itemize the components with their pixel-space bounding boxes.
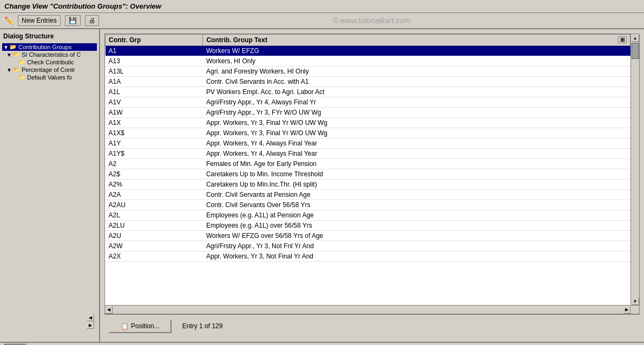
dialog-structure-title: Dialog Structure (2, 31, 97, 41)
tree-item-si-characteristics[interactable]: ▼ 📂 SI Characteristics of C (2, 51, 97, 58)
folder-open-icon: 📂 (13, 51, 21, 58)
print-button[interactable]: 🖨 (85, 15, 99, 26)
cell-text: Caretakers Up to Min.Inc.Thr. (HI split) (203, 180, 630, 190)
new-entries-button[interactable]: New Entries (18, 15, 61, 26)
h-scroll-left-arrow[interactable]: ◀ (105, 306, 113, 314)
table-row[interactable]: A1AContr. Civil Servants in Acc. with A1 (106, 77, 630, 87)
data-table-container: Contr. Grp Contrib. Group Text ⊞ A1Worke… (104, 34, 640, 314)
table-row[interactable]: A1X$Appr. Workers, Yr 3, Final Yr W/O UW… (106, 128, 630, 138)
cell-grp: A2AU (106, 200, 203, 210)
cell-grp: A13L (106, 67, 203, 77)
cell-text: Females of Min. Age for Early Pension (203, 159, 630, 169)
tree-label: SI Characteristics of C (22, 51, 81, 58)
cell-grp: A1X (106, 118, 203, 128)
cell-text: Appr. Workers, Yr 3, Final Yr W/O UW Wg (203, 118, 630, 128)
table-row[interactable]: A1YAppr. Workers, Yr 4, Always Final Yea… (106, 138, 630, 149)
cell-text: Contr. Civil Servants Over 56/58 Yrs (203, 200, 630, 210)
position-icon: 📋 (121, 322, 129, 330)
cell-grp: A2LU (106, 221, 203, 231)
scroll-right-arrow[interactable]: ▶ (87, 321, 94, 329)
table-row[interactable]: A2LEmployees (e.g. A1L) at Pension Age (106, 210, 630, 221)
cell-grp: A1Y$ (106, 149, 203, 159)
table-row[interactable]: A1WAgri/Frstry Appr., Yr 3, FYr W/O UW W… (106, 108, 630, 118)
cell-grp: A1X$ (106, 128, 203, 138)
table-row[interactable]: A13Workers, HI Only (106, 56, 630, 67)
cell-text: PV Workers Empl. Acc. to Agri. Labor Act (203, 87, 630, 97)
cell-grp: A1W (106, 108, 203, 118)
cell-text: Appr. Workers, Yr 3, Not Final Yr And (203, 251, 630, 262)
title-text: Change View "Contribution Groups": Overv… (4, 2, 161, 10)
scrollbar-thumb[interactable] (632, 43, 639, 59)
cell-grp: A2% (106, 180, 203, 190)
tree-toggle: ▼ (3, 44, 10, 50)
tree-item-default-values[interactable]: 📁 Default Values fo (2, 74, 97, 81)
h-scroll-right-arrow[interactable]: ▶ (623, 306, 630, 314)
table-row[interactable]: A1LPV Workers Empl. Acc. to Agri. Labor … (106, 87, 630, 97)
cell-grp: A2A (106, 190, 203, 200)
title-bar: Change View "Contribution Groups": Overv… (0, 0, 644, 13)
dialog-structure-panel: Dialog Structure ▼ 📂 Contribution Groups… (0, 29, 100, 342)
table-row[interactable]: A2LUEmployees (e.g. A1L) over 56/58 Yrs (106, 221, 630, 231)
table-row[interactable]: A2Females of Min. Age for Early Pension (106, 159, 630, 169)
cell-text: Employees (e.g. A1L) at Pension Age (203, 210, 630, 221)
tree-toggle: ▼ (6, 52, 13, 58)
data-table: Contr. Grp Contrib. Group Text ⊞ A1Worke… (105, 34, 630, 262)
cell-grp: A1Y (106, 138, 203, 149)
table-row[interactable]: A13LAgri. and Forestry Workers, HI Only (106, 67, 630, 77)
save-icon: 💾 (69, 17, 77, 24)
table-row[interactable]: A2XAppr. Workers, Yr 3, Not Final Yr And (106, 251, 630, 262)
watermark: © www.tutorialkart.com (103, 16, 640, 25)
table-row[interactable]: A1VAgri/Frstry Appr., Yr 4, Always Final… (106, 97, 630, 108)
entry-text: Entry 1 of 129 (182, 322, 223, 330)
data-table-wrapper[interactable]: Contr. Grp Contrib. Group Text ⊞ A1Worke… (105, 34, 630, 305)
cell-text: Employees (e.g. A1L) over 56/58 Yrs (203, 221, 630, 231)
tree-item-contribution-groups[interactable]: ▼ 📂 Contribution Groups (2, 43, 97, 51)
table-config-icon[interactable]: ⊞ (618, 36, 627, 43)
print-icon: 🖨 (89, 17, 95, 24)
edit-icon: ✏️ (4, 16, 14, 25)
cell-text: Caretakers Up to Min. Income Threshold (203, 169, 630, 180)
cell-text: Appr. Workers, Yr 4, Always Final Year (203, 149, 630, 159)
col-header-grp: Contr. Grp (106, 35, 203, 46)
save-button[interactable]: 💾 (65, 15, 81, 26)
new-entries-label: New Entries (22, 17, 57, 24)
cell-grp: A2 (106, 159, 203, 169)
cell-grp: A13 (106, 56, 203, 67)
tree-item-check-contributic[interactable]: 📁 Check Contributic (2, 58, 97, 66)
table-row[interactable]: A1XAppr. Workers, Yr 3, Final Yr W/O UW … (106, 118, 630, 128)
content-area: Contr. Grp Contrib. Group Text ⊞ A1Worke… (100, 29, 644, 342)
cell-text: Agri/Frstry Appr., Yr 3, FYr W/O UW Wg (203, 108, 630, 118)
cell-text: Agri/Frstry Appr., Yr 3, Not Fnl Yr And (203, 241, 630, 251)
cell-text: Workers W/ EFZG (203, 46, 630, 56)
position-label: Position... (131, 322, 160, 330)
cell-grp: A2$ (106, 169, 203, 180)
folder-icon: 📁 (18, 74, 26, 81)
cell-grp: A2W (106, 241, 203, 251)
table-row[interactable]: A1Y$Appr. Workers, Yr 4, Always Final Ye… (106, 149, 630, 159)
scroll-left-arrow[interactable]: ◀ (87, 314, 94, 321)
cell-grp: A1A (106, 77, 203, 87)
cell-grp: A1 (106, 46, 203, 56)
position-button[interactable]: 📋 Position... (109, 319, 172, 333)
table-row[interactable]: A2AContr. Civil Servants at Pension Age (106, 190, 630, 200)
cell-grp: A2X (106, 251, 203, 262)
scroll-up-arrow[interactable]: ▲ (632, 34, 639, 42)
table-body: A1Workers W/ EFZGA13Workers, HI OnlyA13L… (106, 46, 630, 262)
tree-toggle: ▼ (6, 67, 13, 73)
table-row[interactable]: A2WAgri/Frstry Appr., Yr 3, Not Fnl Yr A… (106, 241, 630, 251)
cell-grp: A2U (106, 231, 203, 241)
table-row[interactable]: A2UWorkers W/ EFZG over 56/58 Yrs of Age (106, 231, 630, 241)
col-header-text: Contrib. Group Text ⊞ (203, 35, 630, 46)
table-row[interactable]: A2%Caretakers Up to Min.Inc.Thr. (HI spl… (106, 180, 630, 190)
folder-icon: 📁 (18, 59, 26, 65)
tree-label: Percentage of Contr (22, 67, 75, 73)
main-layout: Dialog Structure ▼ 📂 Contribution Groups… (0, 29, 644, 342)
scroll-down-arrow[interactable]: ▼ (632, 297, 639, 305)
tree-item-percentage-contr[interactable]: ▼ 📂 Percentage of Contr (2, 66, 97, 74)
table-row[interactable]: A2$Caretakers Up to Min. Income Threshol… (106, 169, 630, 180)
tree-label: Default Values fo (27, 74, 72, 81)
toolbar: ✏️ New Entries 💾 🖨 © www.tutorialkart.co… (0, 13, 644, 29)
table-row[interactable]: A1Workers W/ EFZG (106, 46, 630, 56)
folder-open-icon: 📂 (10, 44, 17, 50)
table-row[interactable]: A2AUContr. Civil Servants Over 56/58 Yrs (106, 200, 630, 210)
